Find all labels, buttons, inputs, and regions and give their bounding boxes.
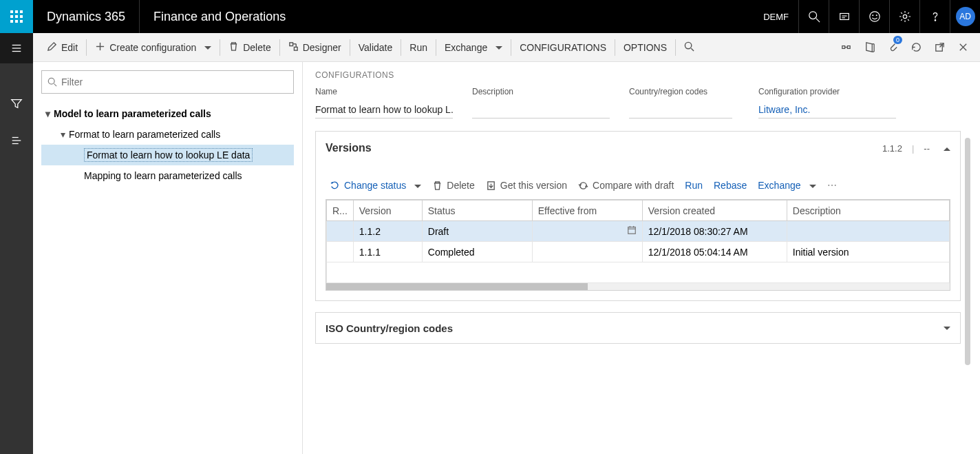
filter-input[interactable] [61,76,288,87]
grid-h-scrollbar[interactable] [326,283,950,290]
edit-label: Edit [61,42,78,53]
col-r[interactable]: R... [327,200,354,221]
more-icon[interactable]: ⋯ [827,180,838,191]
col-version[interactable]: Version [353,200,422,221]
compare-button[interactable]: Compare with draft [578,180,674,191]
related-info-icon[interactable] [0,125,33,156]
svg-rect-5 [20,15,23,18]
description-input[interactable] [472,101,610,118]
svg-point-31 [685,42,691,48]
svg-line-10 [816,19,819,22]
tree-node[interactable]: ▾ Format to learn parameterized calls [41,124,294,145]
cell-status[interactable]: Draft [422,221,532,242]
versions-dash: -- [924,143,930,154]
col-status[interactable]: Status [422,200,532,221]
smiley-icon[interactable] [859,0,889,33]
office-icon[interactable] [858,33,881,62]
iso-title: ISO Country/region codes [326,322,939,334]
svg-rect-34 [847,46,850,49]
grid-run-button[interactable]: Run [685,180,703,191]
trash-icon [432,180,443,191]
validate-button[interactable]: Validate [350,33,401,62]
company-picker[interactable]: DEMF [754,0,798,33]
get-version-button[interactable]: Get this version [486,180,567,191]
content-v-scrollbar[interactable] [965,138,970,365]
col-description[interactable]: Description [787,200,949,221]
svg-point-14 [869,12,879,21]
options-tab[interactable]: OPTIONS [615,33,675,62]
run-button[interactable]: Run [401,33,436,62]
chevron-up-icon[interactable] [939,143,950,154]
tree-node-selected[interactable]: Format to learn how to lookup LE data [41,145,294,165]
chevron-down-icon [491,42,502,53]
cell-version[interactable]: 1.1.2 [353,221,422,242]
rebase-button[interactable]: Rebase [714,180,747,191]
exchange-button[interactable]: Exchange [436,33,511,62]
svg-rect-8 [20,20,23,23]
grid-header-row: R... Version Status Effective from Versi… [327,200,950,221]
create-configuration-button[interactable]: Create configuration [87,33,220,62]
edit-button[interactable]: Edit [39,33,86,62]
attachments-badge: 0 [893,36,902,44]
cell-description[interactable]: Initial version [787,242,949,262]
svg-rect-27 [290,42,293,45]
navpane-toggle[interactable] [0,33,33,63]
configurations-tab[interactable]: CONFIGURATIONS [511,33,615,62]
delete-button[interactable]: Delete [220,33,279,62]
field-label: Configuration provider [758,87,896,96]
cell-effective[interactable] [532,242,642,262]
country-input[interactable] [629,101,732,118]
attach-icon[interactable] [834,33,858,62]
product-name[interactable]: Dynamics 365 [33,0,140,33]
help-icon[interactable] [919,0,950,33]
gear-icon[interactable] [889,0,919,33]
col-effective[interactable]: Effective from [532,200,642,221]
user-avatar[interactable]: AD [950,0,980,33]
attachments-icon[interactable]: 0 [881,33,904,62]
cell-effective[interactable] [532,221,642,242]
tree-node[interactable]: Mapping to learn parameterized calls [41,165,294,186]
action-search-icon[interactable] [676,33,703,62]
change-status-button[interactable]: Change status [330,180,421,191]
calendar-icon[interactable] [627,225,637,237]
compare-icon [578,180,588,191]
versions-title: Versions [326,142,882,154]
table-row[interactable]: 1.1.1 Completed 12/1/2018 05:04:14 AM In… [327,242,950,262]
cell-version[interactable]: 1.1.1 [353,242,422,262]
chevron-down-icon [200,42,211,53]
grid-delete-button[interactable]: Delete [432,180,474,191]
label: Delete [447,180,474,191]
grid-exchange-button[interactable]: Exchange [758,180,816,191]
cell-created[interactable]: 12/1/2018 05:04:14 AM [642,242,787,262]
close-icon[interactable] [951,33,974,62]
filter-icon[interactable] [0,88,33,118]
col-created[interactable]: Version created [642,200,787,221]
config-tree: ▾ Model to learn parameterized calls ▾ F… [41,103,294,186]
svg-point-43 [48,78,54,84]
designer-button[interactable]: Designer [280,33,350,62]
svg-line-40 [939,43,944,48]
svg-rect-2 [20,10,23,13]
tree-node-root[interactable]: ▾ Model to learn parameterized calls [41,103,294,124]
name-input[interactable] [315,101,453,118]
cell-status[interactable]: Completed [422,242,532,262]
field-label: Description [472,87,610,96]
svg-point-16 [876,15,877,16]
versions-header[interactable]: Versions 1.1.2 | -- [316,132,960,165]
search-icon [47,77,57,87]
table-row[interactable]: 1.1.2 Draft 12/1/2018 08:30:27 AM [327,221,950,242]
tree-filter-input[interactable] [41,70,294,94]
search-icon[interactable] [798,0,829,33]
tree-label: Mapping to learn parameterized calls [84,170,294,181]
refresh-icon[interactable] [904,33,928,62]
popout-icon[interactable] [928,33,951,62]
iso-card[interactable]: ISO Country/region codes [315,312,961,344]
cell-description[interactable] [787,221,949,242]
waffle-icon[interactable] [0,0,33,33]
task-recorder-icon[interactable] [829,0,859,33]
chevron-down-icon [939,322,950,334]
details-pane: CONFIGURATIONS Name Description Country/… [303,62,980,454]
provider-link[interactable]: Litware, Inc. [758,101,896,118]
global-header: Dynamics 365 Finance and Operations DEMF… [0,0,980,33]
cell-created[interactable]: 12/1/2018 08:30:27 AM [642,221,787,242]
